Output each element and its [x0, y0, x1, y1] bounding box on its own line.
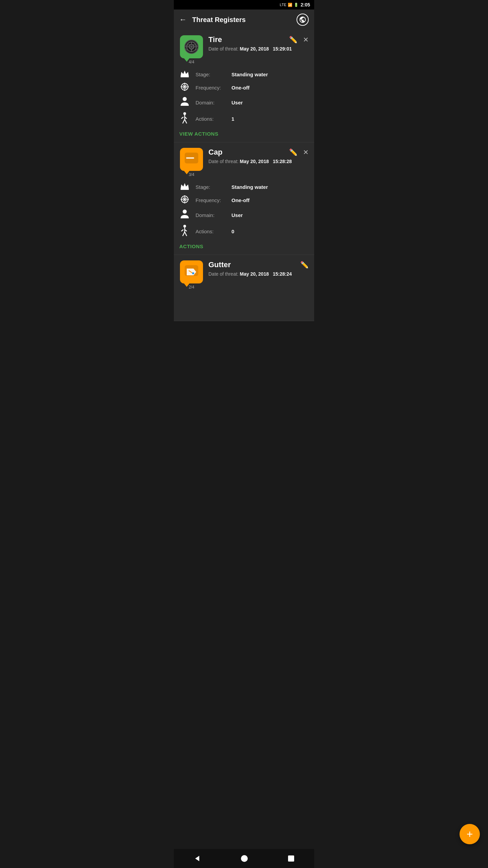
main-content: 4/4 Tire ✏️ ✕ Date of threat: May 20, 20…	[174, 30, 314, 362]
tire-icon-wrap: 4/4	[179, 35, 204, 64]
cap-date-value: May 20, 2018	[240, 159, 269, 164]
svg-point-17	[183, 97, 187, 101]
cap-badge: 3/4	[189, 172, 195, 177]
globe-button[interactable]	[297, 14, 309, 26]
svg-line-39	[185, 232, 187, 236]
tire-domain-row: Domain: User	[179, 96, 309, 108]
tire-actions-row: Actions: 1	[179, 112, 309, 125]
cap-stage-value: Standing water	[231, 184, 268, 190]
cap-actions-icon	[179, 224, 190, 238]
svg-line-22	[181, 117, 183, 119]
tire-stage-value: Standing water	[231, 72, 268, 77]
actions-icon	[179, 112, 190, 125]
card-tire: 4/4 Tire ✏️ ✕ Date of threat: May 20, 20…	[174, 30, 314, 142]
cap-freq-label: Frequency:	[196, 197, 226, 203]
cap-date-label: Date of threat:	[208, 159, 239, 164]
cap-freq-row: Frequency: One-off	[179, 195, 309, 205]
cap-actions-value: 0	[231, 229, 234, 234]
tire-domain-value: User	[231, 100, 243, 105]
gutter-date: Date of threat: May 20, 2018 15:28:24	[208, 271, 309, 277]
cap-date: Date of threat: May 20, 2018 15:28:28	[208, 159, 309, 164]
nav-back-button[interactable]	[193, 854, 201, 863]
nav-recents-icon	[287, 855, 295, 862]
tire-time-value: 15:29:01	[273, 46, 292, 52]
frequency-icon	[179, 82, 190, 93]
svg-rect-27	[181, 189, 189, 190]
cap-domain-value: User	[231, 212, 243, 218]
domain-icon	[179, 96, 190, 108]
globe-icon	[299, 16, 306, 23]
nav-home-button[interactable]	[240, 854, 248, 863]
cap-domain-label: Domain:	[196, 212, 226, 218]
tire-date-value: May 20, 2018	[240, 46, 269, 52]
card-tire-header: 4/4 Tire ✏️ ✕ Date of threat: May 20, 20…	[179, 35, 309, 64]
svg-line-40	[181, 230, 183, 231]
cap-freq-value: One-off	[231, 197, 249, 203]
card-cap: 3/4 Cap ✏️ ✕ Date of threat: May 20, 201…	[174, 142, 314, 255]
gutter-icon	[183, 264, 200, 280]
cap-info-rows: Stage: Standing water Frequency:	[179, 182, 309, 238]
gutter-badge: 2/4	[189, 285, 195, 290]
cap-domain-icon	[179, 209, 190, 221]
cap-actions-label: Actions:	[196, 229, 226, 234]
gutter-title-section: Gutter ✏️ Date of threat: May 20, 2018 1…	[208, 260, 309, 277]
cap-icon	[183, 151, 200, 167]
status-bar: LTE 📶 🔋 2:05	[174, 0, 314, 9]
bottom-nav	[174, 849, 314, 868]
tire-stage-label: Stage:	[196, 72, 226, 77]
nav-home-icon	[240, 854, 248, 863]
svg-marker-26	[181, 183, 189, 189]
tire-actions-label: Actions:	[196, 116, 226, 122]
bubble-tail-gutter	[184, 283, 189, 287]
card-cap-header: 3/4 Cap ✏️ ✕ Date of threat: May 20, 201…	[179, 148, 309, 177]
svg-line-38	[183, 232, 185, 236]
page-title: Threat Registers	[192, 16, 291, 24]
gutter-title-actions: ✏️	[300, 261, 309, 269]
svg-point-18	[183, 112, 186, 115]
gutter-title-row: Gutter ✏️	[208, 260, 309, 269]
tire-actions-value: 1	[231, 116, 234, 122]
svg-point-3	[190, 46, 192, 48]
cap-actions-row: Actions: 0	[179, 224, 309, 238]
gutter-date-label: Date of threat:	[208, 271, 239, 277]
back-button[interactable]: ←	[179, 15, 187, 24]
tire-icon-bg	[180, 35, 203, 58]
cap-domain-row: Domain: User	[179, 209, 309, 221]
gutter-time-value: 15:28:24	[273, 271, 292, 277]
svg-marker-46	[195, 856, 199, 861]
status-time: 2:05	[301, 2, 310, 7]
tire-view-actions-link[interactable]: VIEW ACTIONS	[179, 131, 309, 137]
svg-point-45	[192, 272, 194, 274]
tire-freq-row: Frequency: One-off	[179, 82, 309, 93]
cap-freq-icon	[179, 195, 190, 205]
tire-freq-label: Frequency:	[196, 85, 226, 91]
cap-stage-icon	[179, 182, 190, 191]
nav-recents-button[interactable]	[287, 855, 295, 862]
tire-domain-label: Domain:	[196, 100, 226, 105]
tire-icon	[183, 39, 200, 55]
stage-icon	[179, 70, 190, 79]
battery-icon: 🔋	[294, 3, 299, 7]
svg-point-35	[183, 210, 187, 214]
svg-marker-8	[181, 71, 189, 76]
cap-edit-button[interactable]: ✏️	[289, 148, 298, 156]
cap-actions-link[interactable]: ACTIONS	[179, 243, 309, 249]
gutter-date-value: May 20, 2018	[240, 271, 269, 277]
svg-rect-9	[181, 76, 189, 77]
tire-title-section: Tire ✏️ ✕ Date of threat: May 20, 2018 1…	[208, 35, 309, 52]
cap-delete-button[interactable]: ✕	[303, 148, 309, 156]
tire-edit-button[interactable]: ✏️	[289, 36, 298, 44]
cap-stage-row: Stage: Standing water	[179, 182, 309, 191]
tire-date-label: Date of threat:	[208, 46, 239, 52]
gutter-edit-button[interactable]: ✏️	[300, 261, 309, 269]
svg-point-12	[184, 86, 185, 87]
svg-rect-25	[186, 157, 194, 159]
lte-icon: LTE	[280, 3, 286, 7]
cap-stage-label: Stage:	[196, 184, 226, 190]
cap-title: Cap	[208, 148, 223, 157]
tire-freq-value: One-off	[231, 85, 249, 91]
tire-delete-button[interactable]: ✕	[303, 36, 309, 44]
cap-icon-bg	[180, 148, 203, 171]
gutter-icon-bg	[180, 260, 203, 283]
cap-title-actions: ✏️ ✕	[289, 148, 309, 156]
